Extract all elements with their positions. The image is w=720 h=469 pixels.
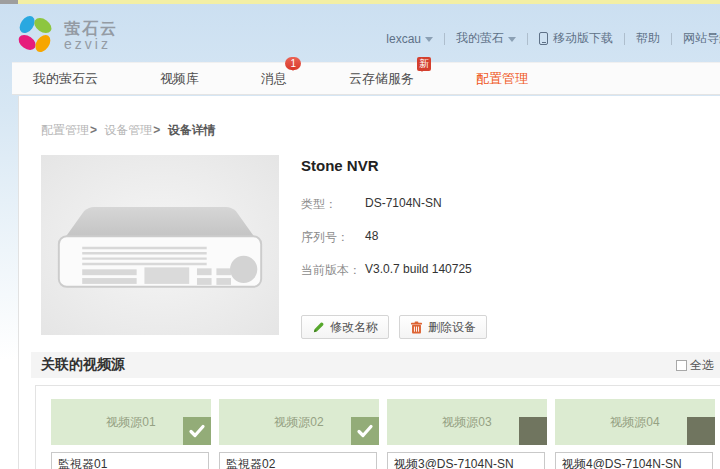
field-label: 类型： [301, 196, 365, 213]
video-source-name-input[interactable] [51, 452, 209, 469]
video-source-list: 视频源01 视频源02 视频源03 [35, 385, 720, 469]
checked-checkbox-icon[interactable] [183, 417, 211, 445]
logo-name-cn: 萤石云 [64, 20, 118, 38]
trash-icon [410, 321, 423, 334]
mobile-download-link[interactable]: 移动版下载 [537, 30, 615, 47]
chevron-down-icon [425, 37, 433, 42]
breadcrumb-device-mgmt[interactable]: 设备管理 [104, 123, 152, 137]
video-source-name-input[interactable] [555, 452, 713, 469]
select-all-checkbox[interactable] [676, 360, 687, 371]
video-source-card-1: 视频源01 [51, 399, 211, 469]
delete-label: 删除设备 [428, 319, 476, 336]
my-ezviz-menu[interactable]: 我的萤石 [454, 30, 518, 47]
video-source-header[interactable]: 视频源01 [51, 399, 211, 445]
device-actions: 修改名称 删除设备 [301, 315, 497, 339]
topbar-menu: lexcau 我的萤石 移动版下载 帮助 网站导航 [384, 30, 720, 47]
nav-cloud-storage[interactable]: 云存储服务 新 [349, 70, 414, 88]
video-source-title: 视频源01 [106, 414, 155, 431]
breadcrumb-config[interactable]: 配置管理 [41, 123, 89, 137]
checked-checkbox-icon[interactable] [351, 417, 379, 445]
divider [444, 33, 445, 45]
site-nav-link[interactable]: 网站导航 [681, 30, 720, 47]
select-all-label: 全选 [690, 357, 714, 374]
nav-label: 配置管理 [476, 71, 528, 86]
breadcrumb-separator: > [153, 123, 160, 137]
field-value: DS-7104N-SN [365, 196, 442, 213]
linked-sources-header: 关联的视频源 全选 [31, 352, 720, 378]
chevron-down-icon [508, 37, 516, 42]
username: lexcau [386, 32, 421, 46]
user-menu[interactable]: lexcau [384, 32, 435, 46]
message-count-badge: 1 [285, 57, 301, 70]
nav-label: 云存储服务 [349, 71, 414, 86]
video-source-card-4: 视频源04 [555, 399, 715, 469]
delete-device-button[interactable]: 删除设备 [399, 315, 487, 339]
field-serial: 序列号： 48 [301, 229, 497, 246]
video-source-card-3: 视频源03 [387, 399, 547, 469]
nav-my-ezviz[interactable]: 我的萤石云 [33, 70, 98, 88]
device-fields: 类型： DS-7104N-SN 序列号： 48 当前版本： V3.0.7 bui… [301, 196, 497, 279]
unchecked-checkbox-icon[interactable] [687, 417, 715, 445]
divider [671, 33, 672, 45]
logo-name-en: ezviz [64, 37, 118, 52]
video-source-title: 视频源02 [274, 414, 323, 431]
new-badge: 新 [417, 57, 431, 71]
unchecked-checkbox-icon[interactable] [519, 417, 547, 445]
video-source-header[interactable]: 视频源03 [387, 399, 547, 445]
device-name: Stone NVR [301, 157, 497, 174]
device-info: Stone NVR 类型： DS-7104N-SN 序列号： 48 当前版本： … [301, 155, 497, 339]
nav-config-management[interactable]: 配置管理 [476, 70, 528, 88]
pencil-icon [312, 321, 325, 334]
linked-sources-title: 关联的视频源 [41, 356, 125, 374]
main-nav: 我的萤石云 视频库 消息 1 云存储服务 新 配置管理 [12, 62, 720, 95]
breadcrumb: 配置管理> 设备管理> 设备详情 [41, 96, 720, 139]
breadcrumb-device-detail: 设备详情 [168, 123, 216, 137]
nvr-illustration-icon [53, 181, 267, 309]
help-link[interactable]: 帮助 [634, 30, 662, 47]
video-source-title: 视频源04 [610, 414, 659, 431]
mobile-phone-icon [539, 32, 548, 45]
divider [624, 33, 625, 45]
breadcrumb-separator: > [90, 123, 97, 137]
nav-messages[interactable]: 消息 1 [261, 70, 287, 88]
field-value: V3.0.7 build 140725 [365, 262, 472, 279]
nav-label: 我的萤石云 [33, 71, 98, 86]
video-source-title: 视频源03 [442, 414, 491, 431]
rename-label: 修改名称 [330, 319, 378, 336]
field-value: 48 [365, 229, 378, 246]
video-source-card-2: 视频源02 [219, 399, 379, 469]
nav-label: 视频库 [160, 71, 199, 86]
logo-text: 萤石云 ezviz [64, 20, 118, 53]
video-source-name-input[interactable] [219, 452, 377, 469]
video-source-name-input[interactable] [387, 452, 545, 469]
nav-video-library[interactable]: 视频库 [160, 70, 199, 88]
site-nav-label: 网站导航 [683, 30, 720, 47]
field-label: 序列号： [301, 229, 365, 246]
video-source-header[interactable]: 视频源04 [555, 399, 715, 445]
select-all-control[interactable]: 全选 [676, 357, 714, 374]
field-type: 类型： DS-7104N-SN [301, 196, 497, 213]
device-image [41, 155, 279, 335]
help-label: 帮助 [636, 30, 660, 47]
rename-device-button[interactable]: 修改名称 [301, 315, 389, 339]
nav-label: 消息 [261, 71, 287, 86]
content-panel: 配置管理> 设备管理> 设备详情 [18, 96, 720, 469]
mobile-download-label: 移动版下载 [553, 30, 613, 47]
divider [527, 33, 528, 45]
video-source-header[interactable]: 视频源02 [219, 399, 379, 445]
field-label: 当前版本： [301, 262, 365, 279]
site-header: 萤石云 ezviz lexcau 我的萤石 移动版下载 帮助 网站导航 [0, 4, 720, 62]
my-ezviz-label: 我的萤石 [456, 30, 504, 47]
field-version: 当前版本： V3.0.7 build 140725 [301, 262, 497, 279]
ezviz-logo[interactable]: 萤石云 ezviz [14, 13, 118, 59]
device-detail-section: Stone NVR 类型： DS-7104N-SN 序列号： 48 当前版本： … [41, 155, 720, 339]
ezviz-pinwheel-icon [14, 13, 56, 59]
